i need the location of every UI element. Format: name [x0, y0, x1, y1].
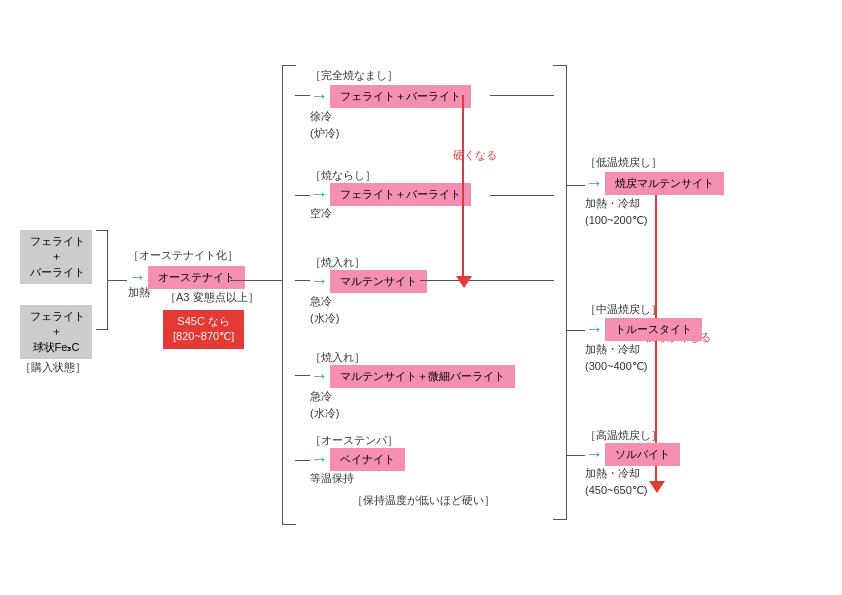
sorbite: ソルバイト — [605, 443, 680, 466]
line-harden2 — [295, 375, 310, 376]
martensite-1: マルテンサイト — [330, 270, 427, 293]
quench-label-1: 急冷(水冷) — [310, 293, 339, 326]
arrow-austempering: → ベイナイト — [310, 448, 405, 471]
arrow-icon-ht: → — [585, 444, 603, 465]
line-norm-bracket — [490, 195, 554, 196]
mid-temper-label: ［中温焼戻し］ — [585, 302, 662, 317]
arrow-low-temper: → 焼戻マルテンサイト — [585, 172, 724, 195]
line-high-temper — [567, 455, 585, 456]
purchase-label: ［購入状態］ — [20, 360, 86, 375]
start-state-2: フェライト＋球状Fe₃C — [20, 305, 92, 359]
high-temper-label: ［高温焼戻し］ — [585, 428, 662, 443]
heat-label: 加熱 — [128, 285, 150, 300]
arrow-icon-2: → — [310, 184, 328, 205]
start-state-1: フェライト＋バーライト — [20, 230, 92, 284]
main-left-bracket — [282, 65, 296, 525]
slow-cool-label: 徐冷(炉冷) — [310, 108, 339, 141]
red-arrowhead-2 — [649, 481, 665, 493]
arrow-mid-temper: → トルースタイト — [585, 318, 702, 341]
line-fa-bracket — [490, 95, 554, 96]
line-mid-temper — [567, 330, 585, 331]
ferrite-pearlite-2: フェライト＋バーライト — [330, 183, 471, 206]
arrow-full-anneal: → フェライト＋バーライト — [310, 85, 471, 108]
arrow-harden2: → マルテンサイト＋微細バーライト — [310, 365, 515, 388]
line-full-anneal — [295, 95, 310, 96]
ferrite-pearlite-1: フェライト＋バーライト — [330, 85, 471, 108]
hold-note: ［保持温度が低いほど硬い］ — [352, 493, 495, 508]
heat-cool-3: 加熱・冷却(450~650℃) — [585, 465, 647, 498]
right-bracket — [553, 65, 567, 520]
arrow-icon-mt: → — [585, 319, 603, 340]
line-austempering — [295, 460, 310, 461]
arrow-icon-5: → — [310, 449, 328, 470]
austenite-box: オーステナイト — [148, 266, 245, 289]
arrow-harden1: → マルテンサイト — [310, 270, 427, 293]
low-temper-label: ［低温焼戻し］ — [585, 155, 662, 170]
arrow-icon-4: → — [310, 366, 328, 387]
austenite-label: ［オーステナイト化］ — [128, 248, 238, 263]
austempering-label: ［オーステンパ］ — [310, 433, 398, 448]
harder-label: 硬くなる — [453, 148, 497, 163]
arrow-icon-lt: → — [585, 173, 603, 194]
arrow-icon-3: → — [310, 271, 328, 292]
heat-cool-1: 加熱・冷却(100~200℃) — [585, 195, 647, 228]
arrow-high-temper: → ソルバイト — [585, 443, 680, 466]
hold-temp-label: 等温保持 — [310, 471, 354, 486]
normalize-label: ［焼ならし］ — [310, 168, 376, 183]
diagram: フェライト＋バーライト フェライト＋球状Fe₃C ［購入状態］ ［オーステナイト… — [0, 0, 842, 595]
arrow-normalize: → フェライト＋バーライト — [310, 183, 471, 206]
bainite: ベイナイト — [330, 448, 405, 471]
harden-label-2: ［焼入れ］ — [310, 350, 365, 365]
line-to-austenite — [107, 280, 127, 281]
s45c-box: S45C なら[820~870℃] — [163, 310, 244, 349]
line-normalize — [295, 195, 310, 196]
line-mart1-bracket — [420, 280, 554, 281]
tempered-martensite: 焼戻マルテンサイト — [605, 172, 724, 195]
line-low-temper — [567, 185, 585, 186]
harden-label-1: ［焼入れ］ — [310, 255, 365, 270]
line-austenite-to-bracket — [230, 280, 282, 281]
quench-label-2: 急冷(水冷) — [310, 388, 339, 421]
line-harden1 — [295, 280, 310, 281]
martensite-2: マルテンサイト＋微細バーライト — [330, 365, 515, 388]
troostite: トルースタイト — [605, 318, 702, 341]
arrow-icon-1: → — [310, 86, 328, 107]
red-arrow-shaft-1 — [462, 95, 464, 280]
heat-cool-2: 加熱・冷却(300~400℃) — [585, 341, 647, 374]
red-arrowhead-1 — [456, 276, 472, 288]
air-cool-label: 空冷 — [310, 206, 332, 221]
full-anneal-label: ［完全焼なまし］ — [310, 68, 398, 83]
a3-label: ［A3 変態点以上］ — [165, 290, 259, 305]
